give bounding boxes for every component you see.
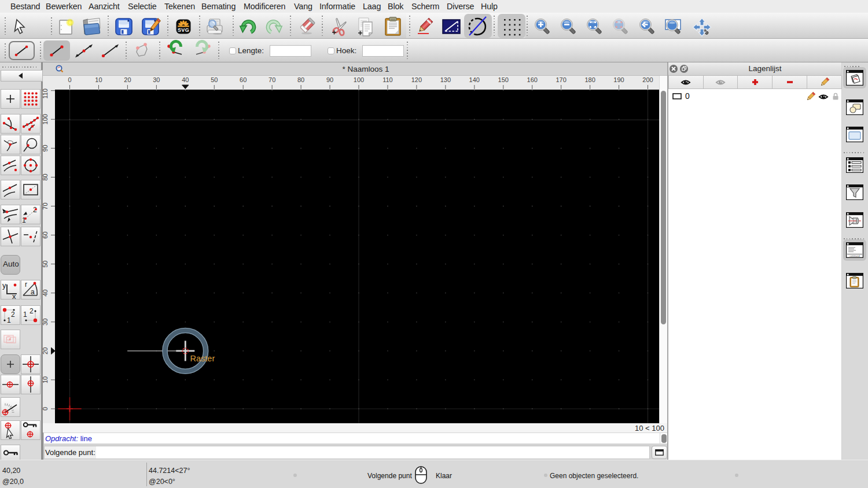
svg-text:80: 80 <box>297 76 304 83</box>
svg-text:0: 0 <box>42 407 49 411</box>
svg-text:Raster: Raster <box>190 354 215 363</box>
svg-text:130: 130 <box>440 76 451 83</box>
svg-text:60: 60 <box>42 231 49 238</box>
svg-text:100: 100 <box>354 76 364 83</box>
svg-text:30: 30 <box>42 319 49 326</box>
svg-text:190: 190 <box>613 76 624 83</box>
svg-text:90: 90 <box>42 145 49 151</box>
svg-text:60: 60 <box>240 76 247 83</box>
svg-text:160: 160 <box>527 76 538 83</box>
svg-text:110: 110 <box>382 76 393 83</box>
svg-text:100: 100 <box>42 114 49 124</box>
svg-text:170: 170 <box>556 76 566 83</box>
svg-text:50: 50 <box>211 76 218 83</box>
svg-text:40: 40 <box>42 290 49 297</box>
svg-text:40: 40 <box>182 76 189 83</box>
svg-text:10: 10 <box>42 376 49 383</box>
svg-text:150: 150 <box>498 76 509 83</box>
svg-text:110: 110 <box>42 88 49 99</box>
svg-text:20: 20 <box>42 347 49 354</box>
svg-text:80: 80 <box>42 173 49 180</box>
svg-text:200: 200 <box>642 76 653 83</box>
svg-text:180: 180 <box>584 76 595 83</box>
svg-text:command: command <box>849 254 860 257</box>
svg-text:90: 90 <box>326 76 333 83</box>
svg-text:140: 140 <box>469 76 480 83</box>
svg-text:10: 10 <box>95 76 102 83</box>
svg-text:70: 70 <box>269 76 275 83</box>
svg-text:120: 120 <box>411 76 422 83</box>
svg-text:70: 70 <box>42 202 49 209</box>
svg-text:30: 30 <box>153 76 160 83</box>
svg-text:50: 50 <box>42 261 49 268</box>
svg-text:0: 0 <box>68 76 71 83</box>
svg-text:20: 20 <box>124 76 131 83</box>
